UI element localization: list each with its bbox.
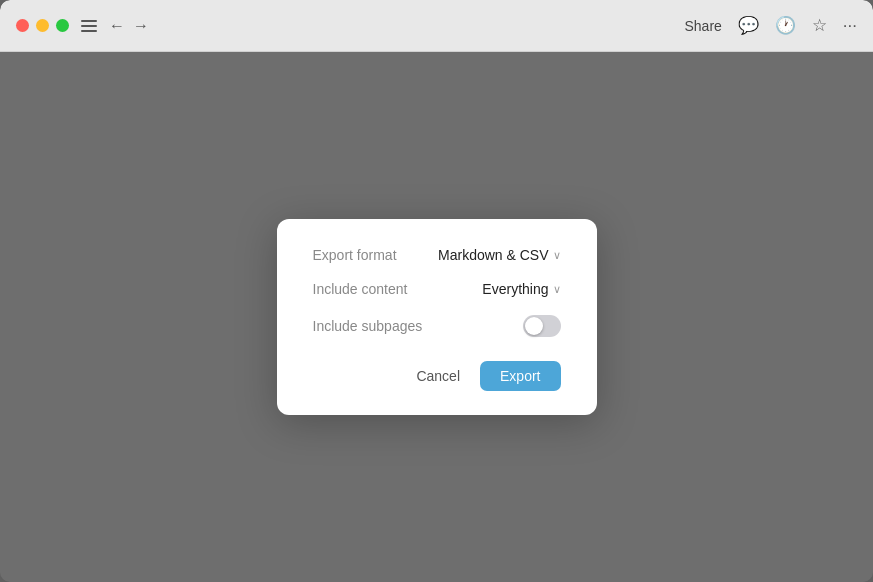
share-button[interactable]: Share [684,18,721,34]
comment-icon[interactable]: 💬 [738,15,759,36]
history-icon[interactable]: 🕐 [775,15,796,36]
include-subpages-toggle[interactable] [523,315,561,337]
main-content: Export format Markdown & CSV ∨ Include c… [0,52,873,582]
include-content-label: Include content [313,281,408,297]
chevron-down-icon: ∨ [553,283,561,296]
include-subpages-label: Include subpages [313,318,423,334]
toggle-knob [525,317,543,335]
traffic-lights [16,19,69,32]
export-format-label: Export format [313,247,397,263]
export-format-value: Markdown & CSV [438,247,548,263]
include-content-dropdown[interactable]: Everything ∨ [482,281,560,297]
titlebar-right: Share 💬 🕐 ☆ ··· [684,15,857,36]
export-format-dropdown[interactable]: Markdown & CSV ∨ [438,247,560,263]
include-subpages-row: Include subpages [313,315,561,337]
export-format-row: Export format Markdown & CSV ∨ [313,247,561,263]
maximize-button[interactable] [56,19,69,32]
titlebar: ← → Share 💬 🕐 ☆ ··· [0,0,873,52]
chevron-down-icon: ∨ [553,249,561,262]
cancel-button[interactable]: Cancel [408,362,468,390]
include-content-row: Include content Everything ∨ [313,281,561,297]
titlebar-left: ← → [16,17,149,35]
close-button[interactable] [16,19,29,32]
bookmark-icon[interactable]: ☆ [812,15,827,36]
sidebar-toggle-icon[interactable] [81,20,97,32]
minimize-button[interactable] [36,19,49,32]
more-options-icon[interactable]: ··· [843,16,857,36]
modal-buttons: Cancel Export [313,361,561,391]
forward-icon[interactable]: → [133,17,149,35]
export-modal: Export format Markdown & CSV ∨ Include c… [277,219,597,415]
back-icon[interactable]: ← [109,17,125,35]
include-content-value: Everything [482,281,548,297]
app-window: ← → Share 💬 🕐 ☆ ··· Export format Markdo… [0,0,873,582]
export-button[interactable]: Export [480,361,560,391]
nav-controls: ← → [109,17,149,35]
